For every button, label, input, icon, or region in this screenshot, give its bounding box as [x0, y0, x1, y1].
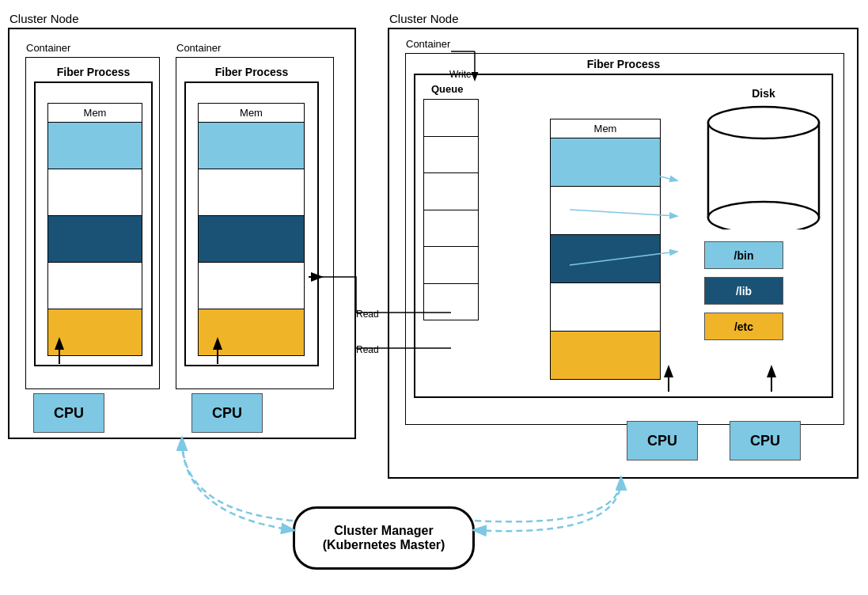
- mem-row-db-1: [48, 216, 142, 263]
- mem-row-y-1: [48, 309, 142, 355]
- mem-row-w2-2: [199, 263, 304, 309]
- mem-row-y-2: [199, 309, 304, 355]
- queue-row-1: [424, 100, 478, 137]
- mem-row-lb-r: [551, 138, 660, 187]
- mem-row-w-1: [48, 169, 142, 216]
- disk-etc: /etc: [704, 313, 783, 340]
- mem-row-lb-2: [199, 123, 304, 169]
- cpu-left-1: CPU: [33, 393, 104, 433]
- mem-row-lb-1: [48, 123, 142, 169]
- cpu-right-1: CPU: [627, 421, 698, 460]
- cluster-manager: Cluster Manager(Kubernetes Master): [293, 506, 475, 570]
- queue-box: [423, 99, 479, 320]
- cpu-right-1-label: CPU: [647, 433, 677, 449]
- mem-row-w2-r: [551, 283, 660, 332]
- mem-row-w-2: [199, 169, 304, 216]
- disk-lib: /lib: [704, 277, 783, 305]
- mem-row-db-r: [551, 235, 660, 283]
- mem-row-w-r: [551, 187, 660, 235]
- fiber-process-right: Fiber Process Queue Mem: [414, 74, 833, 398]
- cluster-node-left-label: Cluster Node: [9, 12, 79, 25]
- fiber-process-left-2: Fiber Process Mem: [184, 81, 319, 366]
- fiber-process-left-1: Fiber Process Mem: [34, 81, 153, 366]
- cluster-node-right: Cluster Node Container Fiber Process Que…: [388, 28, 859, 479]
- container-left-2-label: Container: [176, 42, 221, 54]
- cluster-node-right-label: Cluster Node: [389, 12, 459, 25]
- disk-label: Disk: [752, 87, 775, 100]
- bin-label: /bin: [734, 249, 754, 262]
- queue-row-3: [424, 173, 478, 210]
- mem-label-2: Mem: [199, 104, 304, 123]
- container-left-2: Container Fiber Process Mem: [176, 57, 334, 389]
- fiber-process-right-label: Fiber Process: [587, 58, 661, 70]
- mem-row-w2-1: [48, 263, 142, 309]
- mem-stack-left-1: Mem: [47, 103, 142, 356]
- disk-svg: [704, 103, 823, 229]
- cpu-right-2-label: CPU: [750, 433, 780, 449]
- container-right: Container Fiber Process Queue: [405, 53, 844, 425]
- fiber-process-left-1-label: Fiber Process: [57, 66, 131, 78]
- queue-row-6: [424, 284, 478, 320]
- container-left-1: Container Fiber Process Mem: [25, 57, 160, 389]
- cpu-right-2: CPU: [730, 421, 801, 460]
- mem-stack-right: Mem: [550, 119, 661, 380]
- fiber-process-left-2-label: Fiber Process: [215, 66, 289, 78]
- mem-label-right: Mem: [551, 119, 660, 138]
- cpu-left-1-label: CPU: [54, 405, 84, 422]
- container-right-label: Container: [406, 38, 450, 50]
- disk-container: Disk: [700, 91, 827, 249]
- queue-row-4: [424, 210, 478, 248]
- diagram: Cluster Node Container Fiber Process Mem: [0, 0, 868, 595]
- mem-row-db-2: [199, 216, 304, 263]
- mem-row-y-r: [551, 332, 660, 379]
- svg-point-1: [708, 107, 819, 138]
- cluster-manager-label: Cluster Manager(Kubernetes Master): [323, 524, 445, 552]
- cluster-node-left: Cluster Node Container Fiber Process Mem: [8, 28, 356, 439]
- read-label-1: Read: [356, 309, 379, 320]
- container-left-1-label: Container: [26, 42, 70, 54]
- queue-label: Queue: [431, 83, 463, 95]
- cpu-left-2-label: CPU: [212, 405, 242, 422]
- cpu-left-2: CPU: [191, 393, 263, 433]
- queue-row-2: [424, 137, 478, 174]
- write-label: Write: [449, 69, 472, 80]
- lib-label: /lib: [736, 285, 752, 298]
- etc-label: /etc: [734, 320, 753, 333]
- svg-point-2: [708, 202, 819, 229]
- read-label-2: Read: [356, 344, 379, 355]
- mem-label-1: Mem: [48, 104, 142, 123]
- mem-stack-left-2: Mem: [198, 103, 305, 356]
- queue-row-5: [424, 247, 478, 284]
- disk-bin: /bin: [704, 241, 783, 269]
